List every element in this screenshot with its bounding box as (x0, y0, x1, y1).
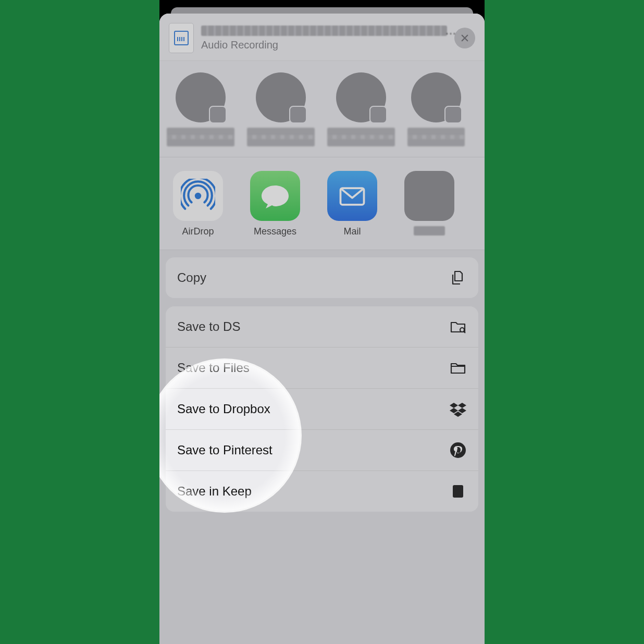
action-label: Save to DS (177, 319, 240, 334)
person-label-redacted (247, 128, 315, 146)
pinterest-icon (449, 441, 467, 459)
airdrop-icon (173, 171, 223, 221)
action-save-in-keep[interactable]: Save in Keep (166, 471, 478, 512)
avatar-icon (411, 72, 461, 122)
person-label-redacted (407, 128, 465, 146)
copy-icon (449, 269, 467, 287)
share-person[interactable] (247, 72, 315, 146)
sheet-stack-hint (159, 7, 485, 14)
app-label: AirDrop (182, 226, 214, 237)
app-label-redacted (414, 226, 445, 236)
share-app-redacted[interactable] (401, 171, 457, 237)
svg-point-2 (460, 328, 464, 332)
keep-icon (449, 482, 467, 500)
share-person[interactable] (327, 72, 395, 146)
file-subtitle: Audio Recording (201, 39, 447, 51)
share-people-row[interactable] (159, 61, 485, 157)
action-save-to-pinterest[interactable]: Save to Pinterest (166, 430, 478, 471)
close-button[interactable] (454, 28, 475, 48)
app-label: Messages (254, 226, 296, 237)
folder-search-icon (449, 318, 467, 336)
header-text: Audio Recording (201, 26, 447, 51)
action-save-to-dropbox[interactable]: Save to Dropbox (166, 389, 478, 430)
action-label: Save to Files (177, 361, 250, 375)
avatar-icon (176, 72, 226, 122)
audio-file-icon (174, 31, 189, 45)
action-label: Save to Dropbox (177, 402, 270, 416)
phone-frame: Audio Recording (159, 0, 485, 644)
file-title-redacted (201, 26, 447, 36)
share-app-messages[interactable]: Messages (247, 171, 303, 237)
action-label: Save in Keep (177, 484, 252, 499)
action-group-primary: Copy (166, 257, 478, 298)
action-save-to-files[interactable]: Save to Files (166, 348, 478, 389)
svg-rect-4 (453, 485, 463, 498)
folder-icon (449, 359, 467, 377)
svg-point-0 (195, 193, 201, 199)
share-person[interactable] (407, 72, 465, 146)
file-thumbnail (169, 23, 194, 53)
messages-icon (250, 171, 300, 221)
action-group-secondary: Save to DS Save to Files Save to Dropbox (166, 306, 478, 512)
share-app-row[interactable]: AirDrop Messages Mail (159, 157, 485, 250)
share-person[interactable] (167, 72, 234, 146)
action-save-to-ds[interactable]: Save to DS (166, 306, 478, 348)
status-bar (159, 0, 485, 7)
share-app-airdrop[interactable]: AirDrop (170, 171, 226, 237)
action-label: Copy (177, 270, 206, 285)
share-sheet-header: Audio Recording (159, 14, 485, 61)
action-copy[interactable]: Copy (166, 257, 478, 298)
avatar-icon (256, 72, 306, 122)
svg-point-3 (450, 442, 466, 458)
share-actions: Copy Save to DS Save to Files (159, 250, 485, 644)
share-app-mail[interactable]: Mail (324, 171, 380, 237)
app-label: Mail (343, 226, 361, 237)
person-label-redacted (167, 128, 234, 146)
person-label-redacted (327, 128, 395, 146)
app-icon-redacted (404, 171, 454, 221)
action-label: Save to Pinterest (177, 443, 273, 457)
mail-icon (327, 171, 377, 221)
dropbox-icon (449, 400, 467, 418)
share-sheet: Audio Recording (159, 14, 485, 644)
avatar-icon (336, 72, 386, 122)
close-icon (460, 33, 469, 43)
